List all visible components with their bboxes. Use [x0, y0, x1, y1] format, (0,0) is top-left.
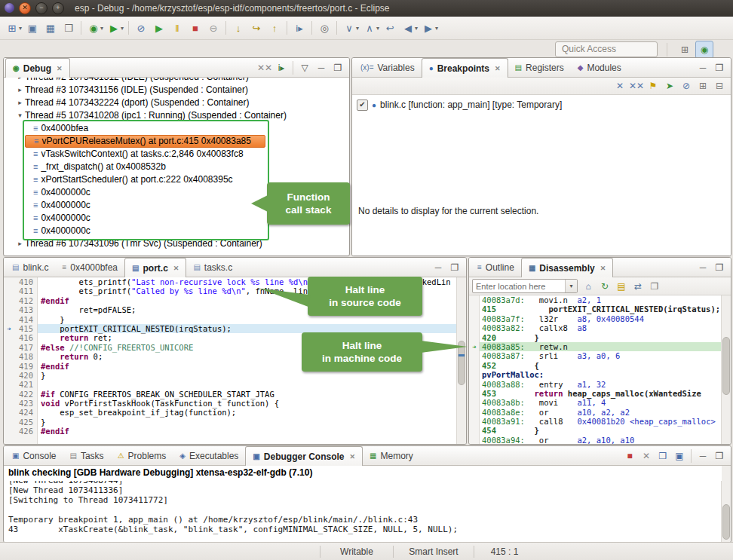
- refresh-icon[interactable]: ↻: [597, 278, 613, 295]
- minimize-view-icon[interactable]: ─: [313, 60, 330, 76]
- debug-thread-row[interactable]: ▸Thread #3 1073431156 (IDLE) (Suspended …: [4, 84, 349, 96]
- copy-to-clipboard-icon[interactable]: ❐: [646, 278, 663, 295]
- step-into-icon[interactable]: ↓: [229, 19, 247, 37]
- minimize-view-icon[interactable]: ─: [695, 259, 711, 276]
- tab-tasks[interactable]: ▤Tasks: [63, 446, 110, 465]
- window-minimize-button[interactable]: −: [35, 2, 48, 14]
- console-scrollbar-thumb[interactable]: [722, 504, 730, 540]
- clear-console-icon[interactable]: ❒: [655, 448, 671, 464]
- tab-memory[interactable]: ▦Memory: [363, 446, 420, 465]
- remove-all-terminated-icon[interactable]: ✕✕: [256, 60, 273, 76]
- tab-problems[interactable]: ⚠Problems: [111, 446, 173, 465]
- breakpoint-checkbox[interactable]: ✔: [357, 99, 368, 111]
- debug-thread-row[interactable]: ▾Thread #5 1073410208 (ipc1 : Running) (…: [4, 109, 349, 122]
- maximize-view-icon[interactable]: ❐: [711, 60, 728, 76]
- close-tab-icon[interactable]: ✕: [350, 453, 356, 461]
- expander-collapsed-icon[interactable]: ▸: [15, 237, 25, 250]
- console-scrollbar[interactable]: [721, 466, 731, 542]
- tab-debug[interactable]: ◉Debug✕: [5, 58, 70, 78]
- show-breakpoints-for-icon[interactable]: ⚑: [645, 78, 661, 94]
- tab-breakpoints[interactable]: ●Breakpoints✕: [422, 58, 508, 78]
- expand-all-icon[interactable]: ⊞: [695, 78, 711, 94]
- remove-all-breakpoints-icon[interactable]: ✕✕: [628, 78, 645, 94]
- expander-expanded-icon[interactable]: ▾: [15, 109, 25, 122]
- connect-process-icon[interactable]: i▸: [273, 60, 290, 76]
- maximize-view-icon[interactable]: ❐: [711, 259, 728, 276]
- editor-scrollbar[interactable]: [456, 277, 466, 444]
- search-icon[interactable]: ◎: [315, 19, 333, 37]
- breakpoint-item[interactable]: ✔ ● blink.c [function: app_main] [type: …: [352, 95, 731, 112]
- expander-collapsed-icon[interactable]: ▸: [15, 84, 25, 96]
- last-edit-location-icon[interactable]: ↩: [381, 19, 399, 37]
- tab-0x4000bfea[interactable]: ≡0x4000bfea: [55, 258, 124, 277]
- debug-thread-row[interactable]: ▸Thread #4 1073432224 (dport) (Suspended…: [4, 96, 349, 109]
- minimize-view-icon[interactable]: ─: [695, 60, 711, 76]
- tab-console[interactable]: ▣Console: [5, 446, 63, 465]
- location-input[interactable]: Enter location here ▾: [472, 279, 578, 293]
- go-to-file-for-breakpoint-icon[interactable]: ➤: [661, 78, 678, 94]
- maximize-view-icon[interactable]: ❐: [446, 259, 463, 276]
- tab-debugger-console[interactable]: ▣Debugger Console✕: [245, 446, 363, 466]
- pin-console-icon[interactable]: ▣: [671, 448, 688, 464]
- previous-annotation-dropdown-icon[interactable]: ▾: [376, 25, 379, 32]
- debug-frame-row[interactable]: ≡0x4000bfea: [4, 122, 349, 135]
- forward-dropdown-icon[interactable]: ▾: [435, 25, 438, 32]
- back-dropdown-icon[interactable]: ▾: [415, 25, 418, 32]
- debug-thread-row[interactable]: ▸Thread #2 1073431312 (IDLE) (Suspended …: [4, 78, 349, 84]
- skip-breakpoints-icon[interactable]: ⊘: [132, 19, 150, 37]
- debug-call-stack-tree[interactable]: ▸Thread #2 1073431312 (IDLE) (Suspended …: [4, 78, 349, 256]
- new-wizard-dropdown-icon[interactable]: ▾: [19, 25, 22, 32]
- home-icon[interactable]: ⌂: [580, 278, 597, 295]
- close-tab-icon[interactable]: ✕: [600, 265, 606, 272]
- run-dropdown-icon[interactable]: ▾: [121, 25, 124, 32]
- disassembly-scrollbar-thumb[interactable]: [722, 337, 730, 395]
- show-source-icon[interactable]: ▤: [613, 278, 630, 295]
- debug-dropdown-icon[interactable]: ▾: [100, 25, 103, 32]
- disassembly-scrollbar[interactable]: [721, 295, 731, 444]
- instruction-stepping-icon[interactable]: i▸: [290, 19, 308, 37]
- minimize-view-icon[interactable]: ─: [430, 259, 446, 276]
- sync-selection-icon[interactable]: ⇄: [630, 278, 646, 295]
- tab-variables[interactable]: (x)=Variables: [354, 58, 422, 77]
- maximize-view-icon[interactable]: ❐: [330, 60, 346, 76]
- tab-disassembly[interactable]: ▦Disassembly✕: [521, 258, 613, 277]
- debug-thread-row[interactable]: ▸Thread #6 1073431096 (Tmr Svc) (Suspend…: [4, 237, 349, 250]
- debug-frame-row[interactable]: ≡vPortCPUReleaseMutex() at port.c:415 0x…: [25, 135, 265, 148]
- tab-executables[interactable]: ◈Executables: [173, 446, 245, 465]
- save-all-icon[interactable]: ▦: [41, 19, 60, 37]
- suspend-icon[interactable]: ‖: [168, 19, 186, 37]
- debug-frame-row[interactable]: ≡vTaskSwitchContext() at tasks.c:2,846 0…: [4, 148, 349, 161]
- next-annotation-dropdown-icon[interactable]: ▾: [356, 25, 359, 32]
- save-icon[interactable]: ▣: [23, 19, 41, 37]
- debug-frame-row[interactable]: ≡_frxt_dispatch() at 0x4008532b: [4, 161, 349, 173]
- close-tab-icon[interactable]: ✕: [57, 65, 63, 72]
- quick-access-input[interactable]: Quick Access: [555, 41, 658, 57]
- remove-breakpoint-icon[interactable]: ✕: [612, 78, 628, 94]
- window-close-button[interactable]: ✕: [19, 2, 31, 14]
- terminate-icon[interactable]: ■: [186, 19, 204, 37]
- console-output[interactable]: blink checking [GDB Hardware Debugging] …: [4, 466, 722, 542]
- tab-registers[interactable]: ▤Registers: [508, 58, 571, 77]
- skip-all-breakpoints-icon[interactable]: ⊘: [678, 78, 695, 94]
- remove-launch-icon[interactable]: ✕: [638, 448, 655, 464]
- step-over-icon[interactable]: ↪: [247, 19, 265, 37]
- tab-tasks-c[interactable]: ▤tasks.c: [186, 258, 239, 277]
- maximize-view-icon[interactable]: ❐: [711, 448, 728, 464]
- expander-collapsed-icon[interactable]: ▸: [15, 78, 25, 84]
- close-tab-icon[interactable]: ✕: [495, 65, 501, 72]
- collapse-all-icon[interactable]: ⊟: [711, 78, 728, 94]
- location-dropdown-icon[interactable]: ▾: [565, 280, 577, 292]
- breakpoints-list[interactable]: ✔ ● blink.c [function: app_main] [type: …: [352, 95, 731, 256]
- tab-modules[interactable]: ◆Modules: [571, 58, 628, 77]
- minimize-view-icon[interactable]: ─: [695, 448, 711, 464]
- window-maximize-button[interactable]: +: [52, 2, 64, 14]
- expander-collapsed-icon[interactable]: ▸: [15, 96, 25, 109]
- tab-blink-c[interactable]: ▤blink.c: [5, 258, 55, 277]
- open-perspective-icon[interactable]: ⊞: [676, 41, 693, 58]
- step-return-icon[interactable]: ↑: [265, 19, 284, 37]
- disconnect-icon[interactable]: ⊖: [204, 19, 222, 37]
- terminate-console-icon[interactable]: ■: [621, 448, 638, 464]
- debug-perspective-icon[interactable]: ◉: [695, 41, 713, 59]
- close-tab-icon[interactable]: ✕: [173, 265, 179, 272]
- debug-frame-row[interactable]: ≡0x4000000c: [4, 225, 349, 237]
